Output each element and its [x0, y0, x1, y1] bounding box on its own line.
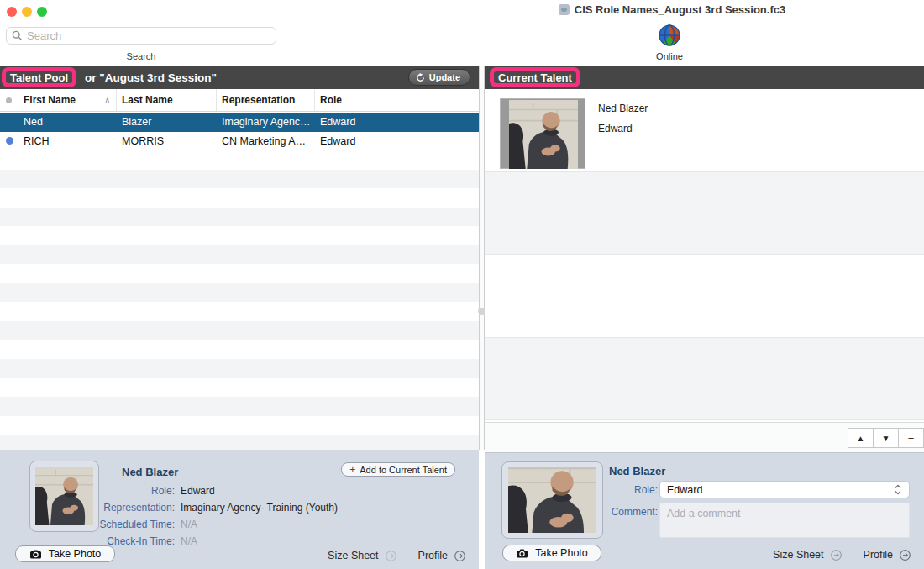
table-row-rich-morris[interactable]: RICH MORRIS CN Marketing A… Edward [0, 132, 479, 151]
comment-label: Comment: [585, 506, 658, 518]
current-talent-toolbar: ▲ ▼ − [485, 422, 924, 452]
talent-photo-thumbnail [500, 98, 585, 169]
talent-detail-panel: Take Photo Ned Blazer Role: Edward Comme… [485, 452, 924, 569]
add-to-current-talent-button[interactable]: + Add to Current Talent [341, 462, 455, 477]
profile-link[interactable]: Profile [418, 550, 448, 561]
check-in-time-label: Check-In Time: [59, 535, 175, 547]
search-field[interactable] [6, 27, 276, 45]
talent-pool-table-header: First Name ∧ Last Name Representation Ro… [0, 89, 479, 112]
representation-value: Imaginary Agency- Training (Youth) [181, 502, 338, 514]
minus-icon: − [908, 432, 915, 445]
role-select[interactable]: Edward [659, 481, 910, 498]
profile-link[interactable]: Profile [864, 549, 893, 561]
search-toolbar-label: Search [6, 51, 276, 61]
empty-table-row[interactable] [0, 435, 479, 450]
empty-list-row[interactable] [485, 172, 924, 256]
current-talent-list: Ned Blazer Edward [485, 89, 924, 420]
role-value: Edward [181, 485, 215, 497]
empty-table-row[interactable] [0, 208, 479, 227]
current-talent-header: Current Talent [485, 66, 924, 89]
update-button[interactable]: Update [408, 69, 470, 86]
sort-ascending-icon: ∧ [104, 96, 110, 104]
empty-table-row[interactable] [0, 264, 479, 283]
plus-icon: + [349, 464, 355, 476]
size-sheet-go-icon[interactable] [386, 551, 396, 561]
talent-detail-name: Ned Blazer [609, 465, 665, 477]
talent-pool-header: Talent Pool or "August 3rd Session" Upda… [0, 66, 479, 89]
role-select-value: Edward [667, 484, 702, 496]
camera-icon [516, 549, 528, 558]
talent-detail-photo-card [501, 461, 603, 539]
empty-list-row[interactable] [485, 338, 924, 421]
panel-split-divider [479, 66, 485, 450]
talent-pool-table-body: Ned Blazer Imaginary Agenc… Edward RICH … [0, 113, 479, 450]
empty-table-row[interactable] [0, 302, 479, 321]
close-button[interactable] [7, 7, 17, 17]
empty-table-row[interactable] [0, 359, 479, 378]
empty-table-row[interactable] [0, 245, 479, 265]
checked-in-dot-icon [6, 137, 13, 145]
pool-detail-panel: Take Photo Ned Blazer Role: Edward Repre… [0, 450, 479, 569]
move-up-button[interactable]: ▲ [848, 428, 874, 448]
scheduled-time-value: N/A [181, 519, 197, 530]
talent-pool-title-rest: or "August 3rd Session" [85, 66, 217, 89]
empty-table-row[interactable] [0, 378, 479, 398]
status-column-header[interactable] [0, 89, 18, 111]
talent-card-name: Ned Blazer [598, 103, 648, 114]
role-label: Role: [585, 484, 658, 496]
scheduled-time-label: Scheduled Time: [59, 519, 175, 530]
column-header-role[interactable]: Role [315, 89, 479, 111]
talent-card: Ned Blazer Edward [485, 89, 924, 171]
column-header-first-name[interactable]: First Name ∧ [18, 89, 117, 111]
window-title: CIS Role Names_August 3rd Session.fc3 [538, 3, 806, 16]
status-dot-icon [6, 97, 12, 103]
comment-input[interactable] [659, 503, 910, 538]
profile-go-icon[interactable] [900, 550, 911, 561]
up-triangle-icon: ▲ [857, 434, 865, 443]
empty-table-row[interactable] [0, 226, 479, 245]
empty-table-row[interactable] [0, 416, 479, 435]
column-header-last-name[interactable]: Last Name [117, 89, 217, 111]
empty-table-row[interactable] [0, 150, 479, 170]
size-sheet-go-icon[interactable] [831, 550, 842, 561]
search-input[interactable] [27, 29, 270, 42]
window-title-text: CIS Role Names_August 3rd Session.fc3 [575, 3, 785, 16]
file-proxy-icon [559, 4, 570, 15]
take-photo-button[interactable]: Take Photo [502, 545, 601, 561]
role-label: Role: [59, 485, 175, 497]
talent-photo [508, 467, 596, 533]
empty-table-row[interactable] [0, 188, 479, 208]
representation-label: Representation: [59, 502, 175, 514]
empty-table-row[interactable] [0, 283, 479, 303]
popup-stepper-icon [894, 483, 902, 496]
online-toolbar-item[interactable]: Online [640, 24, 699, 61]
profile-go-icon[interactable] [454, 551, 465, 561]
empty-list-row[interactable] [485, 255, 924, 338]
move-down-button[interactable]: ▼ [873, 428, 899, 448]
size-sheet-link[interactable]: Size Sheet [773, 549, 823, 561]
zoom-button[interactable] [37, 7, 47, 17]
empty-table-row[interactable] [0, 340, 479, 360]
camera-icon [29, 550, 42, 559]
talent-pool-title: Talent Pool [10, 71, 68, 84]
pool-detail-links: Size Sheet Profile [328, 550, 465, 561]
size-sheet-link[interactable]: Size Sheet [328, 550, 378, 561]
current-talent-highlight: Current Talent [490, 67, 580, 87]
remove-talent-button[interactable]: − [898, 428, 924, 448]
app-window: CIS Role Names_August 3rd Session.fc3 Se… [0, 0, 924, 569]
titlebar: CIS Role Names_August 3rd Session.fc3 Se… [0, 0, 924, 66]
pool-detail-name: Ned Blazer [122, 466, 178, 478]
talent-pool-highlight: Talent Pool [2, 67, 76, 87]
refresh-icon [416, 73, 425, 82]
table-row-ned-blazer[interactable]: Ned Blazer Imaginary Agenc… Edward [0, 113, 479, 132]
globe-online-icon [659, 24, 680, 46]
search-icon [12, 30, 23, 41]
empty-table-row[interactable] [0, 397, 479, 416]
take-photo-button[interactable]: Take Photo [15, 545, 115, 562]
talent-card-role: Edward [598, 123, 633, 134]
empty-table-row[interactable] [0, 170, 479, 189]
current-talent-row[interactable]: Ned Blazer Edward [485, 89, 924, 172]
empty-table-row[interactable] [0, 321, 479, 340]
minimize-button[interactable] [22, 7, 32, 17]
column-header-representation[interactable]: Representation [217, 89, 315, 111]
